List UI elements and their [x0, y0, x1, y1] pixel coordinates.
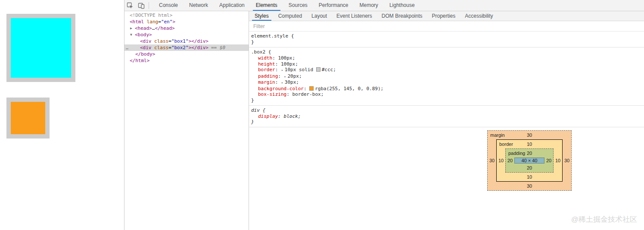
toolbar-separator	[149, 2, 149, 9]
border-top-value: 10	[527, 142, 532, 147]
padding-bottom-value: 20	[527, 165, 532, 170]
tab-memory[interactable]: Memory	[354, 0, 384, 11]
shorthand-expand-icon[interactable]: ▸	[281, 67, 283, 73]
more-actions-icon[interactable]: …	[126, 44, 129, 51]
tab-performance[interactable]: Performance	[313, 0, 354, 11]
border-left-value: 10	[497, 148, 505, 173]
box-model-content[interactable]: 40 × 40	[514, 158, 544, 164]
css-property-display[interactable]: display: block;	[251, 113, 644, 120]
tab-dom-breakpoints[interactable]: DOM Breakpoints	[377, 11, 427, 21]
border-bottom-value: 10	[527, 174, 532, 180]
dom-node-div-box2-selected[interactable]: …<div class="box2"></div>== $0	[124, 44, 249, 51]
inspect-element-button[interactable]	[124, 0, 136, 11]
dom-tree-panel: <!DOCTYPE html> <html lang="en"> ▶<head>…	[124, 11, 249, 230]
tab-event-listeners[interactable]: Event Listeners	[332, 11, 377, 21]
page-box2	[6, 98, 50, 139]
padding-top-value: 20	[527, 151, 532, 156]
color-swatch-orange[interactable]	[309, 86, 314, 91]
tab-accessibility[interactable]: Accessibility	[460, 11, 498, 21]
device-toolbar-icon	[138, 2, 145, 9]
css-rules-list: element.style { } .box2 { width: 100px; …	[249, 32, 644, 127]
dom-node-div-box1[interactable]: <div class="box1"></div>	[124, 38, 249, 44]
content-size-value: 40 × 40	[521, 158, 537, 163]
css-property-box-sizing[interactable]: box-sizing: border-box;	[251, 91, 644, 98]
dom-node-doctype[interactable]: <!DOCTYPE html>	[124, 12, 249, 19]
styles-filter-bar	[249, 21, 644, 32]
expand-arrow-icon[interactable]: ▶	[130, 25, 135, 32]
box-model-border[interactable]: border 10 10 padding	[496, 139, 563, 182]
dom-node-html-open[interactable]: <html lang="en">	[124, 19, 249, 25]
tab-elements[interactable]: Elements	[250, 0, 283, 11]
tab-console[interactable]: Console	[153, 0, 184, 11]
dom-node-body-close[interactable]: </body>	[124, 51, 249, 57]
devtools-body: <!DOCTYPE html> <html lang="en"> ▶<head>…	[124, 11, 644, 230]
tab-sources[interactable]: Sources	[283, 0, 313, 11]
styles-tab-bar: Styles Computed Layout Event Listeners D…	[249, 11, 644, 21]
css-property-height[interactable]: height: 100px;	[251, 61, 644, 67]
border-label: border	[499, 142, 513, 147]
margin-bottom-value: 30	[527, 183, 532, 189]
dom-node-head[interactable]: ▶<head>…</head>	[124, 25, 249, 32]
padding-label: padding	[508, 151, 525, 156]
shorthand-expand-icon[interactable]: ▸	[284, 74, 286, 80]
styles-sidebar: Styles Computed Layout Event Listeners D…	[249, 11, 644, 230]
box-model-margin[interactable]: margin 30 30 border 10	[487, 130, 572, 191]
tab-properties[interactable]: Properties	[427, 11, 460, 21]
rendered-page	[0, 0, 124, 230]
margin-top-value: 30	[527, 132, 532, 138]
css-property-padding[interactable]: padding: ▸20px;	[251, 73, 644, 80]
box-model-padding[interactable]: padding 20 20	[505, 148, 554, 173]
shorthand-expand-icon[interactable]: ▸	[281, 80, 283, 86]
margin-left-value: 30	[488, 139, 496, 182]
css-rule-div-user-agent[interactable]: div { display: block; }	[249, 106, 644, 128]
rule-selector[interactable]: .box2	[251, 49, 265, 55]
css-property-border[interactable]: border: ▸10px solid #ccc;	[251, 67, 644, 73]
dom-node-body-open[interactable]: ▼<body>	[124, 32, 249, 38]
css-property-background-color[interactable]: background-color: rgba(255, 145, 0, 0.89…	[251, 86, 644, 92]
margin-right-value: 30	[563, 139, 571, 182]
tab-styles[interactable]: Styles	[250, 11, 274, 21]
box-model-diagram: margin 30 30 border 10	[487, 130, 572, 191]
devtools-panel: Console Network Application Elements Sou…	[124, 0, 644, 230]
css-property-width[interactable]: width: 100px;	[251, 55, 644, 61]
css-property-margin[interactable]: margin: ▸30px;	[251, 79, 644, 86]
padding-left-value: 20	[506, 158, 514, 164]
rule-selector[interactable]: element.style	[251, 33, 288, 39]
collapse-arrow-icon[interactable]: ▼	[130, 32, 135, 38]
dom-node-html-close[interactable]: </html>	[124, 57, 249, 64]
css-rule-element-style[interactable]: element.style { }	[249, 32, 644, 47]
border-right-value: 10	[554, 148, 562, 173]
padding-right-value: 20	[544, 158, 553, 164]
margin-label: margin	[490, 132, 505, 138]
tab-layout[interactable]: Layout	[307, 11, 332, 21]
styles-filter-input[interactable]	[249, 23, 644, 29]
screenshot-root: Console Network Application Elements Sou…	[0, 0, 644, 230]
color-swatch-ccc[interactable]	[316, 67, 320, 72]
css-rule-box2[interactable]: .box2 { width: 100px; height: 100px; bor…	[249, 47, 644, 106]
tab-computed[interactable]: Computed	[274, 11, 307, 21]
tab-network[interactable]: Network	[184, 0, 214, 11]
tab-lighthouse[interactable]: Lighthouse	[384, 0, 420, 11]
juejin-watermark: @稀土掘金技术社区	[571, 214, 637, 224]
tab-application[interactable]: Application	[214, 0, 250, 11]
page-box1	[6, 14, 75, 82]
rule-selector[interactable]: div	[251, 107, 260, 113]
selected-node-marker: == $0	[211, 45, 225, 50]
devtools-tab-bar: Console Network Application Elements Sou…	[153, 0, 420, 11]
devtools-main-toolbar: Console Network Application Elements Sou…	[124, 0, 644, 11]
device-toolbar-button[interactable]	[136, 0, 147, 11]
inspect-cursor-icon	[127, 2, 134, 9]
